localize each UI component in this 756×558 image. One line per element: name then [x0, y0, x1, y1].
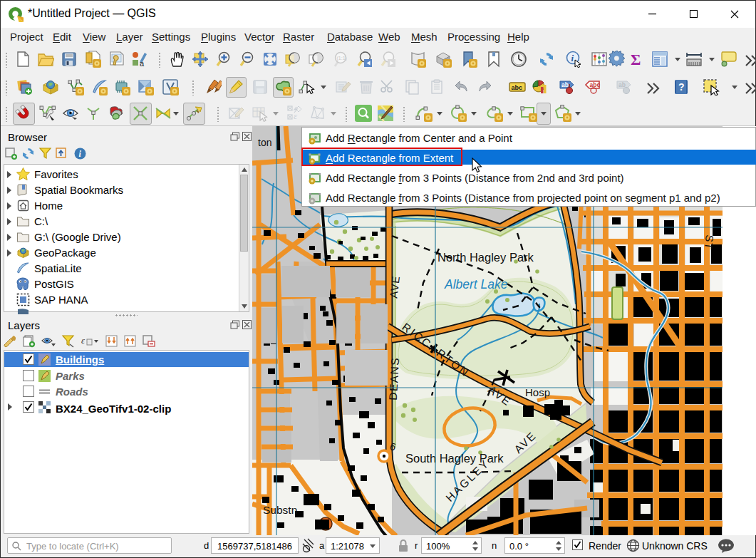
- svg-text:North Hagley Park: North Hagley Park: [437, 251, 534, 264]
- svg-text:abc: abc: [512, 84, 523, 91]
- svg-text:Albert Lake: Albert Lake: [444, 277, 508, 291]
- svg-text:(1:1): (1:1): [337, 56, 347, 61]
- svg-text:ab: ab: [618, 81, 626, 88]
- svg-text:ab: ab: [561, 81, 569, 88]
- svg-text:Substn: Substn: [263, 504, 297, 516]
- svg-text:?: ?: [678, 81, 685, 93]
- svg-text:ton: ton: [258, 137, 271, 148]
- svg-text:DEANS: DEANS: [387, 356, 401, 401]
- svg-text:6: 6: [390, 441, 396, 453]
- svg-text:a: a: [140, 59, 145, 68]
- svg-text:ε: ε: [81, 335, 86, 346]
- svg-text:Σ: Σ: [631, 51, 641, 68]
- svg-text:abc: abc: [590, 81, 601, 88]
- svg-text:i: i: [571, 53, 574, 63]
- svg-text:ST: ST: [702, 234, 715, 251]
- svg-text:South Hagley Park: South Hagley Park: [405, 452, 504, 465]
- svg-text:ε: ε: [294, 110, 298, 121]
